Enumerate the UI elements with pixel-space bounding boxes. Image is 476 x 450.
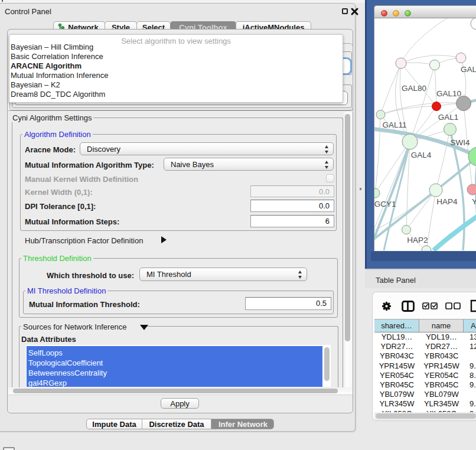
- svg-text:GAL1: GAL1: [438, 113, 459, 122]
- svg-text:SWI4: SWI4: [450, 138, 470, 147]
- svg-text:GAL10: GAL10: [436, 89, 461, 98]
- svg-text:HAP4: HAP4: [436, 197, 458, 206]
- svg-text:GAL80: GAL80: [402, 84, 426, 93]
- svg-text:GAL7: GAL7: [461, 65, 476, 74]
- svg-text:GAL11: GAL11: [382, 120, 406, 129]
- svg-text:HAP2: HAP2: [407, 236, 428, 244]
- svg-text:YJ: YJ: [472, 197, 476, 206]
- svg-text:GCY1: GCY1: [374, 200, 396, 208]
- svg-text:GAL4: GAL4: [411, 151, 432, 159]
